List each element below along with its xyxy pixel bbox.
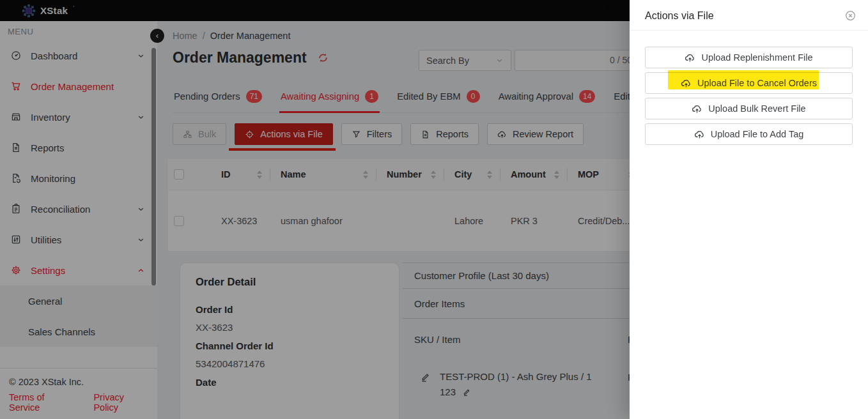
upload-file-to-cancel-orders-button[interactable]: Upload File to Cancel Orders	[645, 72, 853, 94]
app: XStakʼ MENU Dashboard Order Management	[0, 0, 868, 419]
drawer-title: Actions via File	[645, 10, 714, 22]
upload-bulk-revert-file-button[interactable]: Upload Bulk Revert File	[645, 98, 853, 119]
upload-file-to-add-tag-button[interactable]: Upload File to Add Tag	[645, 123, 853, 145]
actions-via-file-drawer: Actions via File Upload Replenishment Fi…	[630, 0, 868, 419]
cloud-upload-icon	[692, 103, 702, 114]
upload-replenishment-file-button[interactable]: Upload Replenishment File	[645, 47, 853, 68]
cloud-upload-icon	[685, 52, 695, 63]
cloud-upload-icon	[694, 129, 705, 140]
close-icon[interactable]	[844, 10, 856, 22]
cloud-upload-icon	[681, 78, 692, 89]
